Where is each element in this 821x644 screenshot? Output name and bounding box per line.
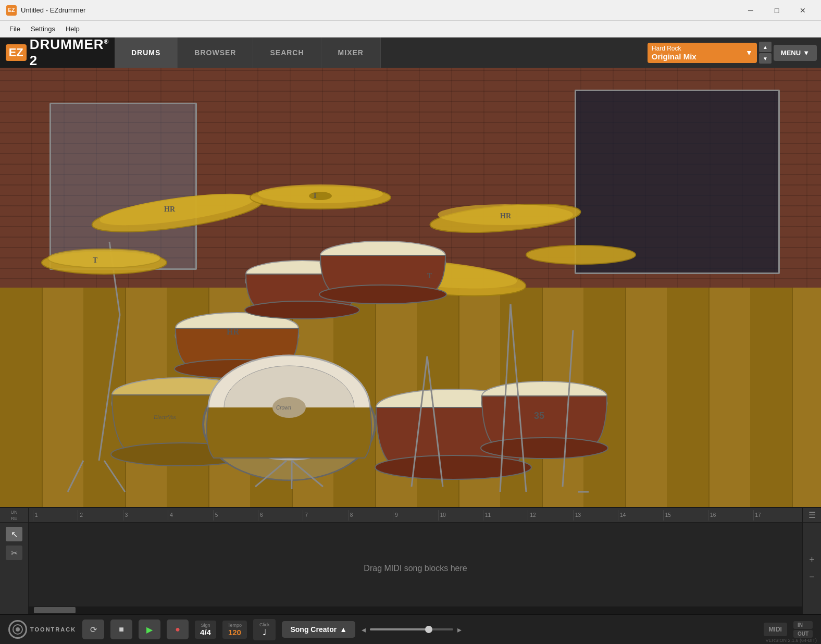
drum-kit-svg: HR ElectrVox bbox=[0, 68, 821, 507]
tab-browser[interactable]: BROWSER bbox=[178, 38, 253, 68]
song-creator-arrow-icon: ▲ bbox=[340, 625, 347, 634]
svg-point-13 bbox=[526, 245, 636, 264]
stop-button[interactable]: ■ bbox=[110, 620, 132, 639]
list-button[interactable]: ☰ bbox=[802, 508, 821, 522]
sequencer-body: ↖ ✂ Drag MIDI song blocks here + − bbox=[0, 523, 821, 614]
sign-value: 4/4 bbox=[200, 628, 211, 637]
time-signature[interactable]: Sign 4/4 bbox=[195, 621, 216, 639]
svg-line-44 bbox=[104, 461, 125, 492]
timeline: 1 2 3 4 5 6 7 8 9 10 11 12 13 14 15 16 1 bbox=[29, 508, 802, 522]
toontrack-text: TOONTRACK bbox=[30, 626, 76, 633]
preset-line2: Original Mix bbox=[652, 52, 742, 61]
mark-11: 11 bbox=[483, 510, 528, 521]
undo-redo-area: UN RE bbox=[0, 508, 29, 522]
mark-1: 1 bbox=[33, 510, 78, 521]
mark-17: 17 bbox=[753, 510, 798, 521]
app-icon: EZ bbox=[6, 5, 17, 16]
svg-text:Crown: Crown bbox=[276, 405, 291, 411]
svg-text:HR: HR bbox=[164, 205, 176, 213]
undo-button[interactable]: UN bbox=[9, 509, 20, 515]
mark-6: 6 bbox=[258, 510, 303, 521]
preset-chevron-icon: ▼ bbox=[745, 48, 753, 57]
preset-prev-button[interactable]: ▲ bbox=[759, 42, 772, 52]
volume-slider[interactable] bbox=[370, 628, 453, 630]
song-creator-label: Song Creator bbox=[290, 625, 337, 634]
midi-button[interactable]: MIDI bbox=[764, 623, 787, 636]
preset-next-button[interactable]: ▼ bbox=[759, 53, 772, 64]
ez-logo-box: EZ bbox=[6, 44, 27, 61]
svg-text:ElectrVox: ElectrVox bbox=[153, 414, 176, 420]
preset-nav-buttons: ▲ ▼ bbox=[759, 42, 772, 64]
sequencer-header: UN RE 1 2 3 4 5 6 7 8 9 10 11 12 13 bbox=[0, 508, 821, 523]
maximize-button[interactable]: □ bbox=[765, 3, 789, 18]
minimize-button[interactable]: ─ bbox=[739, 3, 763, 18]
window-title: Untitled - EZdrummer bbox=[21, 6, 739, 14]
toontrack-circle-icon bbox=[8, 620, 27, 639]
mark-15: 15 bbox=[663, 510, 708, 521]
transport-bar: TOONTRACK ⟳ ■ ▶ ● Sign 4/4 Tempo 120 Cli… bbox=[0, 614, 821, 644]
mark-5: 5 bbox=[213, 510, 258, 521]
close-button[interactable]: ✕ bbox=[791, 3, 815, 18]
menu-settings[interactable]: Settings bbox=[26, 23, 60, 35]
menu-help[interactable]: Help bbox=[60, 23, 85, 35]
loop-button[interactable]: ⟳ bbox=[82, 620, 104, 639]
tab-search[interactable]: SEARCH bbox=[253, 38, 321, 68]
svg-point-23 bbox=[319, 285, 446, 304]
svg-text:HR: HR bbox=[227, 327, 239, 336]
svg-point-57 bbox=[16, 627, 20, 631]
song-creator-button[interactable]: Song Creator ▲ bbox=[282, 621, 355, 638]
svg-point-20 bbox=[245, 301, 359, 319]
sequencer-main[interactable]: Drag MIDI song blocks here bbox=[29, 523, 802, 614]
mark-13: 13 bbox=[573, 510, 618, 521]
svg-line-0 bbox=[99, 315, 120, 461]
sequencer-tools: ↖ ✂ bbox=[0, 523, 29, 614]
menu-file[interactable]: File bbox=[4, 23, 26, 35]
svg-text:35: 35 bbox=[534, 411, 544, 421]
sequencer: UN RE 1 2 3 4 5 6 7 8 9 10 11 12 13 bbox=[0, 507, 821, 614]
mark-4: 4 bbox=[168, 510, 213, 521]
top-navigation: EZ DRUMMER® 2 DRUMS BROWSER SEARCH MIXER… bbox=[0, 38, 821, 68]
menu-bar: File Settings Help bbox=[0, 21, 821, 38]
zoom-controls: + − bbox=[802, 523, 821, 614]
volume-knob[interactable] bbox=[425, 626, 432, 633]
volume-fill bbox=[370, 628, 432, 630]
tempo-display[interactable]: Tempo 120 bbox=[222, 621, 247, 639]
scrollbar-thumb[interactable] bbox=[34, 607, 76, 613]
redo-button[interactable]: RE bbox=[9, 515, 20, 522]
scissors-tool-button[interactable]: ✂ bbox=[6, 546, 22, 560]
tab-drums[interactable]: DRUMS bbox=[115, 38, 178, 68]
svg-point-3 bbox=[48, 249, 160, 268]
play-button[interactable]: ▶ bbox=[139, 620, 160, 639]
sequencer-scrollbar[interactable] bbox=[29, 606, 802, 614]
timeline-markers: 1 2 3 4 5 6 7 8 9 10 11 12 13 14 15 16 1 bbox=[33, 510, 798, 521]
volume-down-icon: ◂ bbox=[362, 625, 366, 635]
preset-area: Hard Rock Original Mix ▼ ▲ ▼ MENU ▼ bbox=[643, 38, 821, 68]
click-label: Click bbox=[259, 622, 270, 627]
record-button[interactable]: ● bbox=[167, 620, 189, 639]
menu-chevron-icon: ▼ bbox=[803, 49, 810, 57]
mark-8: 8 bbox=[348, 510, 393, 521]
mark-10: 10 bbox=[438, 510, 483, 521]
in-out-controls: IN OUT bbox=[793, 621, 813, 638]
menu-button[interactable]: MENU ▼ bbox=[774, 45, 817, 61]
tempo-label: Tempo bbox=[228, 623, 242, 628]
svg-text:T: T bbox=[313, 192, 318, 200]
title-bar: EZ Untitled - EZdrummer ─ □ ✕ bbox=[0, 0, 821, 21]
zoom-out-button[interactable]: − bbox=[809, 572, 815, 583]
window-controls: ─ □ ✕ bbox=[739, 3, 815, 18]
svg-text:T: T bbox=[93, 256, 98, 264]
tab-mixer[interactable]: MIXER bbox=[321, 38, 381, 68]
mark-16: 16 bbox=[708, 510, 753, 521]
svg-text:T: T bbox=[427, 272, 432, 280]
sign-label: Sign bbox=[200, 623, 211, 628]
drum-kit-view[interactable]: HR ElectrVox bbox=[0, 68, 821, 507]
mark-9: 9 bbox=[393, 510, 438, 521]
in-button[interactable]: IN bbox=[793, 621, 813, 629]
select-tool-button[interactable]: ↖ bbox=[6, 527, 22, 541]
app-container: EZ DRUMMER® 2 DRUMS BROWSER SEARCH MIXER… bbox=[0, 38, 821, 644]
preset-selector[interactable]: Hard Rock Original Mix ▼ bbox=[648, 43, 757, 63]
out-button[interactable]: OUT bbox=[793, 630, 813, 638]
click-button[interactable]: Click ♩ bbox=[253, 619, 276, 640]
svg-point-35 bbox=[375, 455, 531, 479]
zoom-in-button[interactable]: + bbox=[809, 554, 815, 565]
